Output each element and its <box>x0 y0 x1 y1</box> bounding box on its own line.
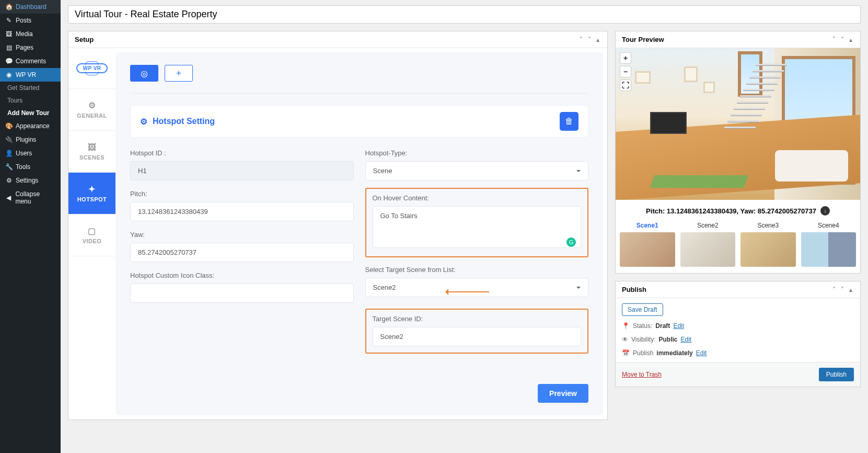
tab-label: HOTSPOT <box>77 196 107 202</box>
comments-icon: 💬 <box>5 58 13 65</box>
delete-hotspot-button[interactable]: 🗑 <box>560 112 578 131</box>
crosshair-icon: ✦ <box>88 184 96 194</box>
pages-icon: ▤ <box>5 44 13 51</box>
hotspot-type-label: Hotspot-Type: <box>365 149 589 157</box>
tour-title-input[interactable] <box>68 5 861 24</box>
setup-metabox: Setup ˄ ˅ ▴ WP VR ⚙GENERAL <box>68 31 608 420</box>
sidebar-item-media[interactable]: 🖼Media <box>0 27 61 41</box>
save-draft-button[interactable]: Save Draft <box>622 303 663 316</box>
sidebar-item-pages[interactable]: ▤Pages <box>0 41 61 54</box>
tab-scenes[interactable]: 🖼SCENES <box>68 131 115 173</box>
sidebar-item-plugins[interactable]: 🔌Plugins <box>0 133 61 146</box>
publish-button[interactable]: Publish <box>819 368 854 381</box>
metabox-up-icon[interactable]: ˄ <box>831 286 837 293</box>
sidebar-sub-tours[interactable]: Tours <box>0 94 61 107</box>
sidebar-item-comments[interactable]: 💬Comments <box>0 54 61 68</box>
sidebar-item-tools[interactable]: 🔧Tools <box>0 160 61 174</box>
move-to-trash-link[interactable]: Move to Trash <box>622 371 662 378</box>
sidebar-label: Plugins <box>16 136 36 143</box>
setup-title: Setup <box>75 36 94 43</box>
sidebar-item-users[interactable]: 👤Users <box>0 146 61 160</box>
tab-video[interactable]: ▢VIDEO <box>68 214 115 256</box>
dashboard-icon: 🏠 <box>5 3 13 10</box>
visibility-edit-link[interactable]: Edit <box>680 336 691 343</box>
tab-label: VIDEO <box>83 238 102 244</box>
tab-label: GENERAL <box>77 112 107 119</box>
metabox-up-icon[interactable]: ˄ <box>578 36 584 43</box>
metabox-toggle-icon[interactable]: ▴ <box>595 36 601 43</box>
image-icon: 🖼 <box>88 143 97 152</box>
custom-icon-input[interactable] <box>130 284 354 303</box>
video-icon: ▢ <box>88 226 96 236</box>
target-scene-list-label: Select Target Scene from List: <box>365 266 589 274</box>
status-edit-link[interactable]: Edit <box>673 322 684 330</box>
zoom-out-button[interactable]: − <box>620 66 631 77</box>
panorama-viewer[interactable]: + − ⛶ <box>616 48 860 200</box>
hover-content-input[interactable] <box>373 206 582 248</box>
wpvr-icon: ◉ <box>5 71 13 78</box>
scene-thumbnail-image <box>620 232 675 267</box>
metabox-down-icon[interactable]: ˅ <box>839 36 846 43</box>
coords-readout: Pitch: 13.1248361243380439, Yaw: 85.2742… <box>646 207 816 215</box>
admin-sidebar: 🏠Dashboard ✎Posts 🖼Media ▤Pages 💬Comment… <box>0 0 61 453</box>
sidebar-item-wpvr[interactable]: ◉WP VR <box>0 68 61 82</box>
metabox-toggle-icon[interactable]: ▴ <box>848 286 854 293</box>
preview-button[interactable]: Preview <box>538 384 588 403</box>
scene-thumbnail-image <box>680 232 736 267</box>
trash-icon: 🗑 <box>565 117 573 126</box>
metabox-down-icon[interactable]: ˅ <box>839 286 846 293</box>
hotspot-chip-add[interactable]: + <box>165 65 193 82</box>
sidebar-label: Media <box>16 30 33 38</box>
visibility-value: Public <box>658 336 677 343</box>
sidebar-item-appearance[interactable]: 🎨Appearance <box>0 119 61 133</box>
sidebar-item-dashboard[interactable]: 🏠Dashboard <box>0 0 61 14</box>
metabox-toggle-icon[interactable]: ▴ <box>848 36 854 43</box>
plus-icon: + <box>176 69 181 78</box>
yaw-label: Yaw: <box>130 231 354 239</box>
collapse-icon: ◀ <box>5 194 12 201</box>
publish-title: Publish <box>622 286 646 293</box>
metabox-up-icon[interactable]: ˄ <box>831 36 837 43</box>
sidebar-sub-add-new-tour[interactable]: Add New Tour <box>0 107 61 119</box>
gear-icon: ⚙ <box>88 100 96 110</box>
schedule-label: Publish <box>633 349 653 357</box>
scene-thumb-2[interactable]: Scene2 <box>680 222 736 267</box>
hotspot-chip-active[interactable]: ◎ <box>130 65 158 82</box>
annotation-arrow-icon <box>442 285 489 297</box>
tab-hotspot[interactable]: ✦HOTSPOT <box>68 173 115 214</box>
hotspot-type-select[interactable]: Scene <box>365 161 589 180</box>
tab-label: SCENES <box>79 154 105 161</box>
users-icon: 👤 <box>5 150 13 157</box>
target-scene-id-input[interactable] <box>373 327 582 346</box>
pitch-input[interactable] <box>130 202 354 221</box>
sidebar-label: Dashboard <box>16 3 47 10</box>
sidebar-item-settings[interactable]: ⚙Settings <box>0 174 61 187</box>
yaw-input[interactable] <box>130 243 354 262</box>
pitch-label: Pitch: <box>130 190 354 198</box>
calendar-icon: 📅 <box>622 349 630 357</box>
schedule-edit-link[interactable]: Edit <box>696 349 707 357</box>
visibility-label: Visibility: <box>631 336 655 343</box>
fullscreen-button[interactable]: ⛶ <box>620 80 631 91</box>
media-icon: 🖼 <box>5 30 13 38</box>
metabox-down-icon[interactable]: ˅ <box>586 36 593 43</box>
hotspot-id-label: Hotspot ID : <box>130 149 354 157</box>
sidebar-item-posts[interactable]: ✎Posts <box>0 14 61 27</box>
tab-general[interactable]: ⚙GENERAL <box>68 89 115 131</box>
copy-coords-button[interactable]: ↓ <box>820 206 830 216</box>
sidebar-item-collapse[interactable]: ◀Collapse menu <box>0 187 61 208</box>
divider <box>130 93 588 94</box>
hotspot-id-input[interactable] <box>130 161 354 180</box>
pin-icon: 📍 <box>622 322 630 330</box>
tab-logo[interactable]: WP VR <box>68 48 115 89</box>
scene-label: Scene4 <box>801 222 857 229</box>
scene-thumb-4[interactable]: Scene4 <box>801 222 857 267</box>
scene-thumb-3[interactable]: Scene3 <box>740 222 796 267</box>
sidebar-sub-get-started[interactable]: Get Started <box>0 82 61 94</box>
scene-thumb-1[interactable]: Scene1 <box>620 222 675 267</box>
appearance-icon: 🎨 <box>5 122 13 130</box>
eye-icon: 👁 <box>622 336 628 343</box>
zoom-in-button[interactable]: + <box>620 52 631 64</box>
sidebar-label: Pages <box>16 44 33 51</box>
target-icon: ◎ <box>141 69 148 78</box>
